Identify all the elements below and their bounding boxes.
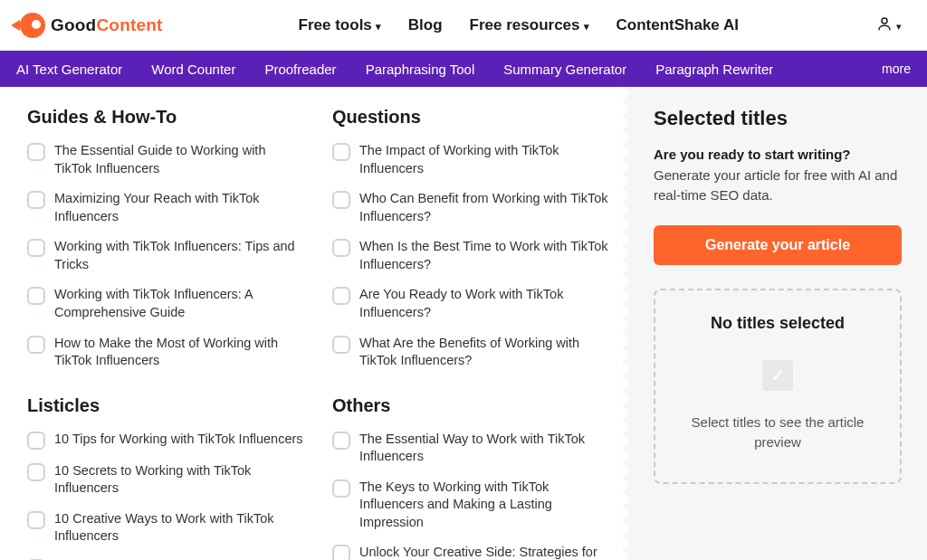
title-option-label: What Are the Benefits of Working with Ti… (359, 335, 610, 370)
checkbox[interactable] (27, 191, 45, 209)
column-left: Guides & How-To The Essential Guide to W… (27, 107, 305, 560)
toolbar-item-paragraph-rewriter[interactable]: Paragraph Rewriter (655, 62, 773, 77)
title-option[interactable]: When Is the Best Time to Work with TikTo… (332, 238, 610, 273)
title-option-label: Working with TikTok Influencers: A Compr… (54, 286, 305, 321)
title-option-label: Unlock Your Creative Side: Strategies fo… (359, 544, 610, 560)
title-option-label: When Is the Best Time to Work with TikTo… (359, 238, 610, 273)
title-option[interactable]: 10 Tips for Working with TikTok Influenc… (27, 431, 305, 450)
title-option[interactable]: What Are the Benefits of Working with Ti… (332, 335, 610, 370)
section-heading-listicles: Listicles (27, 395, 305, 416)
brand-text: GoodContent (51, 15, 163, 35)
empty-state-heading: No titles selected (672, 314, 884, 333)
title-option[interactable]: The Essential Guide to Working with TikT… (27, 142, 305, 177)
checkbox[interactable] (332, 545, 350, 560)
checkbox[interactable] (332, 239, 350, 257)
checkbox[interactable] (332, 336, 350, 354)
title-option[interactable]: The Impact of Working with TikTok Influe… (332, 142, 610, 177)
section-heading-others: Others (332, 395, 610, 416)
nav-free-tools-label: Free tools (299, 16, 372, 34)
title-options-area: Guides & How-To The Essential Guide to W… (0, 87, 628, 560)
nav-free-resources-label: Free resources (470, 16, 580, 34)
checkbox[interactable] (27, 143, 45, 161)
svg-point-0 (882, 18, 887, 24)
title-option-label: The Essential Way to Work with TikTok In… (359, 431, 610, 466)
toolbar-item-proofreader[interactable]: Proofreader (264, 62, 336, 77)
title-option[interactable]: Are You Ready to Work with TikTok Influe… (332, 286, 610, 321)
checkbox[interactable] (27, 287, 45, 305)
title-option[interactable]: 10 Secrets to Working with TikTok Influe… (27, 462, 305, 498)
title-option-label: How to Make the Most of Working with Tik… (54, 335, 305, 370)
title-option[interactable]: The Keys to Working with TikTok Influenc… (332, 479, 610, 532)
section-heading-guides: Guides & How-To (27, 107, 305, 128)
main-nav: Free tools ▾ Blog Free resources ▾ Conte… (299, 16, 739, 34)
nav-blog[interactable]: Blog (408, 16, 443, 34)
tools-toolbar: AI Text Generator Word Counter Proofread… (0, 51, 927, 87)
title-option-label: The Keys to Working with TikTok Influenc… (359, 479, 610, 532)
user-icon (876, 15, 893, 36)
checkbox[interactable] (27, 432, 45, 450)
section-heading-questions: Questions (332, 107, 610, 128)
title-option[interactable]: 10 Creative Ways to Work with TikTok Inf… (27, 510, 305, 546)
checkbox[interactable] (332, 191, 350, 209)
checkbox[interactable] (27, 336, 45, 354)
checkbox[interactable] (27, 239, 45, 257)
title-option-label: 10 Secrets to Working with TikTok Influe… (54, 462, 305, 498)
nav-contentshake[interactable]: ContentShake AI (616, 16, 739, 34)
toolbar-item-summary-generator[interactable]: Summary Generator (503, 62, 626, 77)
selected-prompt-sub: Generate your article for free with AI a… (654, 166, 902, 205)
title-option[interactable]: The Essential Way to Work with TikTok In… (332, 431, 610, 466)
title-option[interactable]: Unlock Your Creative Side: Strategies fo… (332, 544, 610, 560)
brand-text-content: Content (96, 15, 162, 34)
title-option-label: 10 Tips for Working with TikTok Influenc… (54, 431, 303, 449)
nav-contentshake-label: ContentShake AI (616, 16, 739, 34)
brand-logo-tail (11, 20, 20, 31)
title-option-label: The Essential Guide to Working with TikT… (54, 142, 305, 177)
toolbar-item-word-counter[interactable]: Word Counter (151, 62, 235, 77)
title-option-label: Are You Ready to Work with TikTok Influe… (359, 286, 610, 321)
title-option[interactable]: Maximizing Your Reach with TikTok Influe… (27, 190, 305, 225)
checkbox[interactable] (27, 463, 45, 481)
empty-state-box: No titles selected ✓ Select titles to se… (654, 289, 902, 484)
selected-titles-panel: Selected titles Are you ready to start w… (628, 87, 927, 560)
title-option-label: Working with TikTok Influencers: Tips an… (54, 238, 305, 273)
title-option-label: 10 Creative Ways to Work with TikTok Inf… (54, 510, 305, 546)
checkbox[interactable] (332, 143, 350, 161)
toolbar-item-ai-text-generator[interactable]: AI Text Generator (16, 62, 122, 77)
chevron-down-icon: ▾ (896, 21, 902, 33)
selected-titles-heading: Selected titles (654, 107, 902, 130)
user-menu[interactable]: ▾ (876, 15, 902, 36)
title-option[interactable]: How to Make the Most of Working with Tik… (27, 335, 305, 370)
check-icon: ✓ (762, 360, 793, 391)
title-option[interactable]: Working with TikTok Influencers: A Compr… (27, 286, 305, 321)
selected-prompt-strong: Are you ready to start writing? (654, 147, 902, 162)
main: Guides & How-To The Essential Guide to W… (0, 87, 927, 560)
checkbox[interactable] (332, 479, 350, 498)
checkbox[interactable] (27, 511, 45, 529)
brand-logo[interactable]: GoodContent (11, 13, 163, 38)
generate-article-button[interactable]: Generate your article (654, 225, 902, 265)
toolbar-item-paraphrasing-tool[interactable]: Paraphrasing Tool (366, 62, 475, 77)
title-option-label: Maximizing Your Reach with TikTok Influe… (54, 190, 305, 225)
chevron-down-icon: ▾ (584, 21, 589, 33)
nav-free-tools[interactable]: Free tools ▾ (299, 16, 381, 34)
checkbox[interactable] (332, 432, 350, 450)
title-option[interactable]: Working with TikTok Influencers: Tips an… (27, 238, 305, 273)
brand-text-good: Good (51, 15, 96, 34)
title-option-label: The Impact of Working with TikTok Influe… (359, 142, 610, 177)
toolbar-items: AI Text Generator Word Counter Proofread… (16, 62, 773, 77)
nav-blog-label: Blog (408, 16, 443, 34)
checkbox[interactable] (332, 287, 350, 305)
title-option[interactable]: Who Can Benefit from Working with TikTok… (332, 190, 610, 225)
nav-free-resources[interactable]: Free resources ▾ (470, 16, 589, 34)
empty-state-text: Select titles to see the article preview (672, 413, 884, 453)
toolbar-more[interactable]: more (882, 62, 911, 76)
brand-logo-icon (20, 13, 45, 38)
column-right: Questions The Impact of Working with Tik… (332, 107, 610, 560)
chevron-down-icon: ▾ (376, 21, 381, 33)
header: GoodContent Free tools ▾ Blog Free resou… (0, 0, 927, 51)
title-option-label: Who Can Benefit from Working with TikTok… (359, 190, 610, 225)
